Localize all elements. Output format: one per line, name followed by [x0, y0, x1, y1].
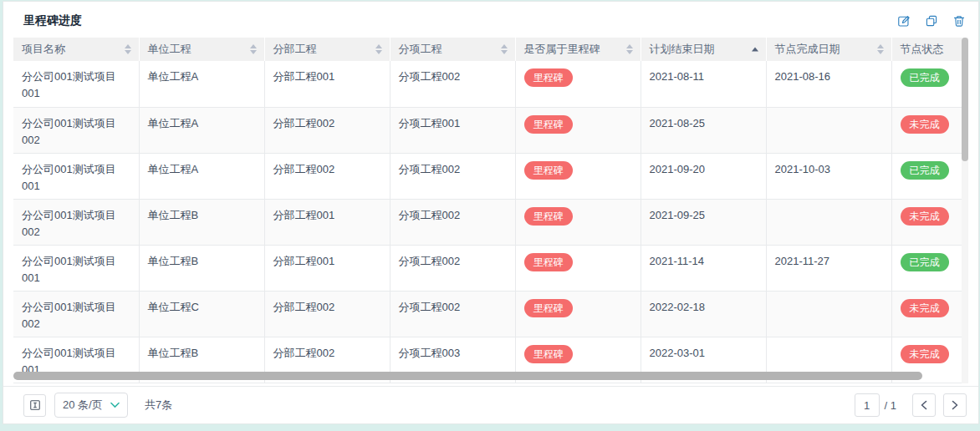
milestone-badge: 里程碑 [524, 115, 573, 134]
col-header-project[interactable]: 项目名称 [13, 38, 139, 61]
cell-project: 分公司001测试项目001 [13, 245, 139, 291]
status-badge: 未完成 [901, 345, 949, 363]
cell-division: 分部工程002 [264, 153, 390, 199]
total-pages-label: / 1 [885, 399, 896, 412]
cell-done-date [766, 107, 891, 153]
cell-subitem: 分项工程002 [390, 61, 515, 107]
sort-icons[interactable] [125, 44, 131, 54]
status-badge: 未完成 [901, 207, 949, 226]
cell-project: 分公司001测试项目001 [13, 61, 139, 107]
current-page-box[interactable]: 1 [855, 393, 880, 417]
vertical-scrollbar[interactable] [962, 38, 968, 383]
cell-division: 分部工程001 [264, 199, 390, 245]
cell-status: 已完成 [891, 245, 968, 291]
cell-plan-end: 2022-02-18 [641, 291, 766, 337]
col-header-division[interactable]: 分部工程 [264, 38, 390, 61]
sort-icons[interactable] [877, 44, 884, 54]
copy-icon[interactable] [924, 13, 939, 28]
table-footer: 20 条/页 共7条 1 / 1 [3, 386, 978, 423]
cell-plan-end: 2021-11-14 [641, 245, 766, 291]
sort-icons-asc-active[interactable] [752, 48, 758, 52]
sort-icons[interactable] [626, 44, 633, 54]
panel-title: 里程碑进度 [23, 13, 82, 28]
cell-done-date [766, 199, 891, 245]
total-count: 共7条 [145, 398, 172, 413]
cell-unit: 单位工程A [139, 107, 264, 153]
cell-done-date [766, 291, 891, 337]
next-page-button[interactable] [943, 393, 967, 417]
chevron-right-icon [951, 400, 959, 410]
chevron-down-icon [110, 402, 120, 408]
col-header-milestone[interactable]: 是否属于里程碑 [515, 38, 641, 61]
trash-icon[interactable] [952, 13, 967, 28]
vertical-scrollbar-thumb[interactable] [962, 38, 968, 161]
footer-left: 20 条/页 共7条 [23, 393, 172, 418]
cell-status: 已完成 [891, 153, 968, 199]
cell-milestone: 里程碑 [515, 245, 641, 291]
cell-subitem: 分项工程002 [390, 245, 515, 291]
col-header-plan-end[interactable]: 计划结束日期 [641, 38, 766, 61]
cell-milestone: 里程碑 [515, 291, 641, 337]
cell-division: 分部工程001 [264, 61, 390, 107]
milestone-badge: 里程碑 [524, 207, 573, 226]
col-header-status[interactable]: 节点状态 [891, 38, 968, 61]
sort-icons[interactable] [501, 44, 508, 54]
cell-unit: 单位工程A [139, 61, 264, 107]
sort-icons[interactable] [375, 44, 382, 54]
table-row[interactable]: 分公司001测试项目001 单位工程A 分部工程001 分项工程002 里程碑 … [13, 61, 968, 107]
milestone-progress-panel: 里程碑进度 项目名称 [3, 1, 979, 424]
sort-icons[interactable] [250, 44, 257, 54]
cell-milestone: 里程碑 [515, 153, 641, 199]
edit-icon[interactable] [896, 13, 911, 28]
chevron-left-icon [920, 400, 928, 410]
cell-project: 分公司001测试项目001 [13, 153, 139, 199]
status-badge: 已完成 [901, 68, 949, 87]
cell-plan-end: 2021-09-25 [641, 199, 766, 245]
col-header-subitem[interactable]: 分项工程 [390, 38, 515, 61]
cell-subitem: 分项工程002 [390, 291, 515, 337]
milestone-table: 项目名称 单位工程 分部工程 分项工程 [13, 38, 968, 383]
cell-status: 未完成 [891, 199, 968, 245]
cell-division: 分部工程002 [264, 291, 390, 337]
cell-status: 未完成 [891, 107, 968, 153]
cell-unit: 单位工程B [139, 245, 264, 291]
milestone-badge: 里程碑 [524, 161, 573, 180]
cell-plan-end: 2021-09-20 [641, 153, 766, 199]
cell-plan-end: 2021-08-25 [641, 107, 766, 153]
cell-subitem: 分项工程001 [390, 107, 515, 153]
cell-subitem: 分项工程002 [390, 199, 515, 245]
horizontal-scrollbar-thumb[interactable] [13, 372, 922, 380]
cell-division: 分部工程002 [264, 107, 390, 153]
cell-project: 分公司001测试项目002 [13, 107, 139, 153]
table-row[interactable]: 分公司001测试项目001 单位工程B 分部工程001 分项工程002 里程碑 … [13, 245, 968, 291]
page-size-select[interactable]: 20 条/页 [54, 393, 128, 418]
cell-unit: 单位工程C [139, 291, 264, 337]
horizontal-scrollbar[interactable] [13, 372, 960, 380]
table-settings-button[interactable] [23, 394, 46, 417]
cell-unit: 单位工程A [139, 153, 264, 199]
pagination: 1 / 1 [855, 393, 967, 417]
cell-division: 分部工程001 [264, 245, 390, 291]
cell-plan-end: 2021-08-11 [641, 61, 766, 107]
cell-unit: 单位工程B [139, 199, 264, 245]
cell-project: 分公司001测试项目002 [13, 199, 139, 245]
table-row[interactable]: 分公司001测试项目002 单位工程A 分部工程002 分项工程001 里程碑 … [13, 107, 968, 153]
table-header-row: 项目名称 单位工程 分部工程 分项工程 [13, 38, 968, 61]
status-badge: 已完成 [901, 253, 949, 271]
col-header-unit[interactable]: 单位工程 [139, 38, 264, 61]
cell-milestone: 里程碑 [515, 107, 641, 153]
col-header-done-date[interactable]: 节点完成日期 [766, 38, 891, 61]
table-row[interactable]: 分公司001测试项目001 单位工程A 分部工程002 分项工程002 里程碑 … [13, 153, 968, 199]
cell-subitem: 分项工程002 [390, 153, 515, 199]
page-size-value: 20 条/页 [63, 398, 103, 413]
table-row[interactable]: 分公司001测试项目002 单位工程C 分部工程002 分项工程002 里程碑 … [13, 291, 968, 337]
column-settings-icon [29, 399, 41, 411]
cell-status: 未完成 [891, 291, 968, 337]
milestone-badge: 里程碑 [524, 345, 573, 363]
table-row[interactable]: 分公司001测试项目002 单位工程B 分部工程001 分项工程002 里程碑 … [13, 199, 968, 245]
status-badge: 未完成 [901, 299, 949, 317]
prev-page-button[interactable] [912, 393, 936, 417]
status-badge: 已完成 [901, 161, 949, 180]
panel-toolbar [896, 13, 967, 28]
cell-milestone: 里程碑 [515, 199, 641, 245]
